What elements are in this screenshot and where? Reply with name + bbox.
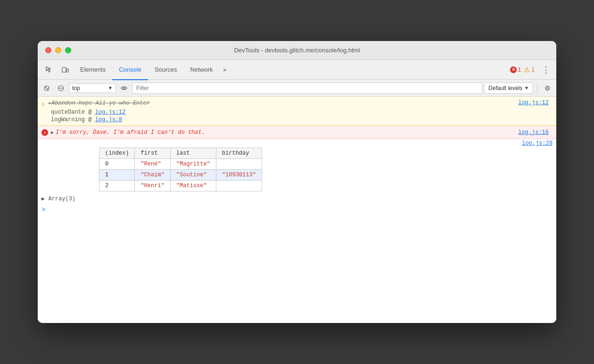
badge-area: ✕ 1 ⚠ 1 [510, 66, 535, 74]
cell-index-1: 1 [99, 170, 135, 181]
stack-row-1: quoteDante @ log.js:12 [38, 108, 556, 116]
error-row: ✕ ▶ I'm sorry, Dave. I'm afraid I can't … [38, 126, 556, 139]
eye-icon[interactable] [118, 82, 130, 94]
devtools-window: DevTools - devtools.glitch.me/console/lo… [38, 41, 556, 323]
traffic-lights [45, 47, 71, 53]
context-selector[interactable]: top ▼ [69, 83, 116, 93]
warn-file-ref[interactable]: log.js:12 [518, 99, 553, 106]
svg-line-3 [45, 87, 48, 90]
error-badge[interactable]: ✕ 1 [510, 66, 521, 73]
clear-console-button[interactable] [41, 82, 53, 94]
table-file-ref-row: log.js:20 [38, 139, 556, 148]
warning-badge-icon: ⚠ [524, 66, 530, 74]
warn-message: ▸Abandon hope All ye who Enter [48, 99, 150, 107]
cell-birthday-1: "18930113" [216, 170, 262, 181]
col-header-index: (index) [99, 148, 135, 159]
cell-last-1: "Soutine" [170, 170, 216, 181]
level-chevron-icon: ▼ [524, 85, 529, 91]
svg-rect-1 [66, 69, 68, 72]
minimize-button[interactable] [55, 47, 61, 53]
table-row: 1 "Chaim" "Soutine" "18930113" [99, 170, 262, 181]
error-message: I'm sorry, Dave. I'm afraid I can't do t… [56, 129, 205, 136]
title-bar: DevTools - devtools.glitch.me/console/lo… [38, 41, 556, 60]
stack1-link[interactable]: log.js:12 [95, 109, 126, 116]
prompt-icon: > [41, 206, 45, 214]
data-table: (index) first last birthday 0 "René" "Ma… [99, 148, 262, 191]
block-icon[interactable] [55, 82, 67, 94]
prompt-row: > [38, 204, 556, 215]
table-row: 0 "René" "Magritte" [99, 159, 262, 170]
tab-sources[interactable]: Sources [148, 60, 184, 80]
svg-point-6 [123, 87, 125, 89]
svg-rect-0 [62, 67, 66, 72]
table-row: 2 "Henri" "Matisse" [99, 181, 262, 191]
error-expand-icon[interactable]: ▶ [51, 130, 54, 135]
cell-last-0: "Magritte" [170, 159, 216, 170]
cell-index-0: 0 [99, 159, 135, 170]
console-content[interactable]: ⚠ ▸Abandon hope All ye who Enter log.js:… [38, 97, 556, 323]
warning-badge[interactable]: ⚠ 1 [524, 66, 535, 74]
stack2-link[interactable]: log.js:8 [95, 116, 123, 123]
devtools-tabs: Elements Console Sources Network » ✕ 1 ⚠… [38, 60, 556, 80]
cell-first-2: "Henri" [135, 181, 170, 191]
col-header-first: first [135, 148, 170, 159]
more-options-button[interactable]: ⋮ [539, 63, 553, 76]
error-badge-icon: ✕ [510, 66, 517, 73]
cell-first-1: "Chaim" [135, 170, 170, 181]
col-header-last: last [170, 148, 216, 159]
warning-triangle-icon: ⚠ [41, 100, 45, 108]
tab-console[interactable]: Console [112, 60, 148, 80]
col-header-birthday: birthday [216, 148, 262, 159]
cell-first-0: "René" [135, 159, 170, 170]
level-select[interactable]: Default levels ▼ [484, 83, 533, 94]
maximize-button[interactable] [65, 47, 71, 53]
warn-row-main: ⚠ ▸Abandon hope All ye who Enter log.js:… [38, 99, 556, 108]
tab-network[interactable]: Network [184, 60, 220, 80]
filter-input[interactable] [132, 83, 482, 94]
close-button[interactable] [45, 47, 51, 53]
error-circle-icon: ✕ [41, 129, 48, 136]
console-toolbar: top ▼ Default levels ▼ ⚙ [38, 80, 556, 97]
warning-section: ⚠ ▸Abandon hope All ye who Enter log.js:… [38, 97, 556, 126]
cell-index-2: 2 [99, 181, 135, 191]
stack-row-2: logWarning @ log.js:8 [38, 116, 556, 124]
cell-last-2: "Matisse" [170, 181, 216, 191]
table-file-ref[interactable]: log.js:20 [522, 140, 553, 147]
device-toggle-icon[interactable] [58, 62, 73, 77]
array-row[interactable]: ▶ Array(3) [38, 193, 556, 204]
tab-more-button[interactable]: » [219, 62, 230, 77]
array-label: ▶ Array(3) [41, 195, 75, 202]
divider [537, 83, 537, 94]
tab-elements[interactable]: Elements [74, 60, 112, 80]
inspect-element-icon[interactable] [41, 62, 57, 77]
context-chevron-icon: ▼ [108, 85, 113, 91]
cell-birthday-0 [216, 159, 262, 170]
error-file-ref[interactable]: log.js:16 [518, 129, 553, 136]
settings-gear-icon[interactable]: ⚙ [541, 82, 553, 94]
cell-birthday-2 [216, 181, 262, 191]
window-title: DevTools - devtools.glitch.me/console/lo… [234, 47, 360, 54]
